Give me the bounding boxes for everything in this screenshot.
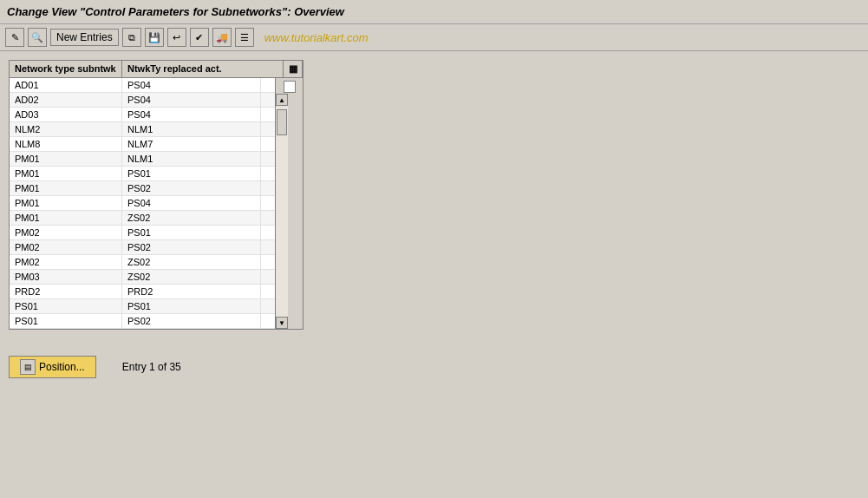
copy-icon: ⧉ <box>128 32 135 43</box>
cell-col2: PS01 <box>122 226 261 239</box>
page-title: Change View "Control Parameters for Subn… <box>7 5 344 18</box>
pen-icon: ✎ <box>11 32 19 43</box>
cell-col1: PM03 <box>10 270 122 284</box>
cell-col1: NLM8 <box>10 137 122 151</box>
cell-col2: PS02 <box>122 240 261 254</box>
scroll-track <box>276 106 288 317</box>
cell-col2: PS02 <box>122 314 261 328</box>
cell-col1: PM01 <box>10 152 122 166</box>
config-button[interactable]: ☰ <box>235 28 254 47</box>
table-row[interactable]: PRD2 PRD2 <box>10 285 275 299</box>
table-row[interactable]: AD03 PS04 <box>10 108 275 122</box>
cell-col2: ZS02 <box>122 270 261 284</box>
cell-col1: AD03 <box>10 108 122 121</box>
cell-col1: NLM2 <box>10 122 122 136</box>
new-entries-button[interactable]: New Entries <box>50 29 119 46</box>
new-entries-label: New Entries <box>56 31 113 43</box>
position-label: Position... <box>39 361 85 373</box>
edit-button[interactable]: ✎ <box>5 28 24 47</box>
data-table: Network type subntwk NtwkTy replaced act… <box>9 60 303 330</box>
table-body-container: AD01 PS04 AD02 PS04 AD03 PS04 NLM2 NLM1 … <box>10 78 303 329</box>
table-row[interactable]: AD01 PS04 <box>10 78 275 93</box>
cell-col1: PM01 <box>10 196 122 210</box>
cell-col2: PRD2 <box>122 285 261 298</box>
table-settings-icon: ▦ <box>289 63 297 75</box>
bottom-area: ▤ Position... Entry 1 of 35 <box>0 338 868 387</box>
cell-col1: PM01 <box>10 211 122 225</box>
cell-col2: ZS02 <box>122 211 261 225</box>
col1-header: Network type subntwk <box>10 61 122 77</box>
checkbox-column <box>276 78 303 94</box>
cell-col1: PM02 <box>10 255 122 269</box>
cell-col2: NLM7 <box>122 137 261 151</box>
table-row[interactable]: PM01 NLM1 <box>10 152 275 167</box>
scrollbar: ▲ ▼ <box>276 94 303 329</box>
table-header: Network type subntwk NtwkTy replaced act… <box>10 61 303 78</box>
cell-col2: PS01 <box>122 167 261 180</box>
copy-button[interactable]: ⧉ <box>122 28 141 47</box>
cell-col1: PRD2 <box>10 285 122 298</box>
right-panel: ▲ ▼ <box>275 78 303 329</box>
cell-col1: AD02 <box>10 93 122 107</box>
cell-col1: PM01 <box>10 167 122 180</box>
config-icon: ☰ <box>240 32 249 43</box>
col-settings-icon[interactable]: ▦ <box>284 61 303 77</box>
cell-col1: AD01 <box>10 78 122 92</box>
transport-button[interactable]: 🚚 <box>212 28 232 47</box>
save-icon: 💾 <box>148 32 160 43</box>
cell-col1: PS01 <box>10 299 122 313</box>
cell-col2: PS04 <box>122 78 261 92</box>
title-bar: Change View "Control Parameters for Subn… <box>0 0 868 24</box>
search-button[interactable]: 🔍 <box>28 28 47 47</box>
table-row[interactable]: NLM2 NLM1 <box>10 122 275 137</box>
cell-col2: ZS02 <box>122 255 261 269</box>
cell-col2: PS04 <box>122 196 261 210</box>
check-button[interactable]: ✔ <box>190 28 209 47</box>
table-row[interactable]: PM01 PS04 <box>10 196 275 211</box>
table-row[interactable]: NLM8 NLM7 <box>10 137 275 152</box>
undo-icon: ↩ <box>173 32 180 43</box>
watermark-text: www.tutorialkart.com <box>264 31 369 44</box>
table-row[interactable]: PM02 PS01 <box>10 226 275 240</box>
table-row[interactable]: AD02 PS04 <box>10 93 275 108</box>
row-checkbox-1[interactable] <box>284 81 296 93</box>
cell-col2: NLM1 <box>122 152 261 166</box>
table-row[interactable]: PM01 PS01 <box>10 167 275 181</box>
table-row[interactable]: PS01 PS02 <box>10 314 275 329</box>
cell-col2: PS04 <box>122 93 261 107</box>
save-button[interactable]: 💾 <box>145 28 164 47</box>
col2-header: NtwkTy replaced act. <box>122 61 284 77</box>
magnifier-icon: 🔍 <box>31 32 43 43</box>
main-content: Network type subntwk NtwkTy replaced act… <box>0 51 868 338</box>
table-row[interactable]: PM02 PS02 <box>10 240 275 255</box>
cell-col1: PM02 <box>10 226 122 239</box>
check-icon: ✔ <box>195 32 203 43</box>
cell-col2: PS01 <box>122 299 261 313</box>
toolbar: ✎ 🔍 New Entries ⧉ 💾 ↩ ✔ 🚚 ☰ www.tutorial… <box>0 24 868 51</box>
scroll-down-button[interactable]: ▼ <box>276 317 288 329</box>
cell-col1: PS01 <box>10 314 122 328</box>
undo-button[interactable]: ↩ <box>167 28 186 47</box>
cell-col2: NLM1 <box>122 122 261 136</box>
table-row[interactable]: PM02 ZS02 <box>10 255 275 270</box>
cell-col1: PM02 <box>10 240 122 254</box>
scroll-thumb[interactable] <box>277 109 287 135</box>
position-icon: ▤ <box>20 359 36 375</box>
table-row[interactable]: PM01 ZS02 <box>10 211 275 226</box>
cell-col2: PS04 <box>122 108 261 121</box>
table-row[interactable]: PS01 PS01 <box>10 299 275 314</box>
table-row[interactable]: PM01 PS02 <box>10 181 275 196</box>
table-rows: AD01 PS04 AD02 PS04 AD03 PS04 NLM2 NLM1 … <box>10 78 275 329</box>
entry-info: Entry 1 of 35 <box>122 361 181 373</box>
table-row[interactable]: PM03 ZS02 <box>10 270 275 285</box>
cell-col2: PS02 <box>122 181 261 195</box>
cell-col1: PM01 <box>10 181 122 195</box>
scroll-up-button[interactable]: ▲ <box>276 94 288 106</box>
position-button[interactable]: ▤ Position... <box>9 356 96 378</box>
transport-icon: 🚚 <box>216 32 228 43</box>
